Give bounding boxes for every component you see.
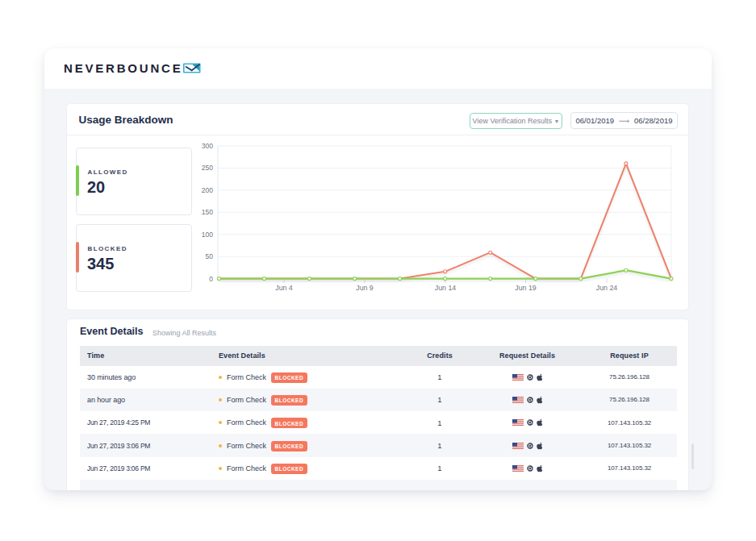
svg-text:100: 100 [202, 231, 213, 239]
svg-text:300: 300 [202, 142, 213, 150]
svg-text:0: 0 [209, 275, 213, 283]
svg-text:200: 200 [202, 186, 213, 194]
svg-text:250: 250 [202, 164, 213, 172]
svg-text:Jun 19: Jun 19 [515, 284, 537, 292]
svg-text:150: 150 [202, 208, 213, 216]
svg-text:Jun 24: Jun 24 [596, 284, 618, 292]
svg-text:Jun 9: Jun 9 [356, 284, 374, 292]
svg-text:Jun 14: Jun 14 [435, 284, 457, 292]
svg-text:Jun 4: Jun 4 [275, 284, 293, 292]
svg-text:50: 50 [206, 252, 214, 260]
